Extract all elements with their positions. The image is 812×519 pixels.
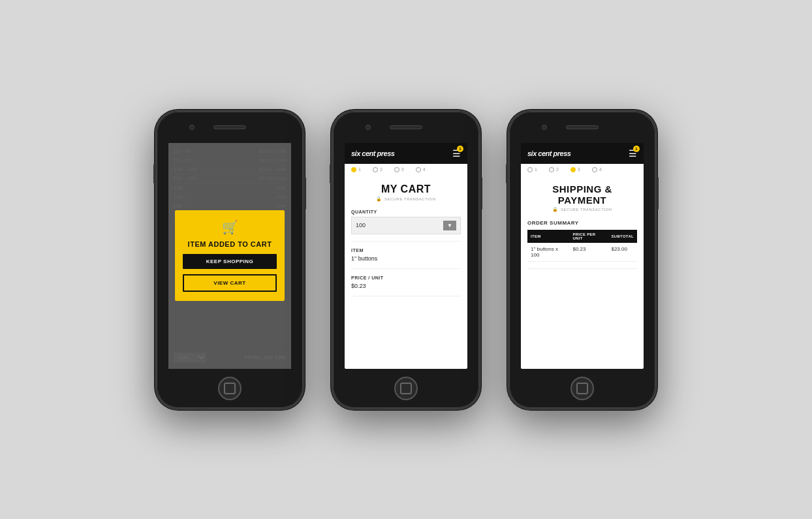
dot-empty-4 — [416, 167, 421, 172]
phone-2-bottom — [333, 369, 479, 408]
secure-line-2: 🔒 SECURE TRANSACTION — [351, 197, 461, 202]
table-row: 1" buttons x 100 $0.23 $23.00 — [527, 243, 637, 262]
progress-steps-2: 1 2 3 4 — [345, 164, 467, 176]
phone-3-top — [509, 112, 655, 143]
app-header-2: six cent press ☰ 1 — [345, 143, 467, 164]
phone-2-camera — [366, 125, 371, 130]
col-subtotal: SUBTOTAL — [608, 230, 637, 243]
cart-content: MY CART 🔒 SECURE TRANSACTION QUANTITY 10… — [345, 176, 467, 369]
progress-steps-3: 1 2 3 4 — [521, 164, 644, 176]
row-item: 1" buttons x 100 — [527, 243, 569, 262]
cart-title: MY CART — [351, 183, 461, 195]
cart-icon: 🛒 — [222, 219, 238, 235]
phone-1-top — [157, 112, 303, 143]
phone-3-speaker — [566, 125, 599, 129]
phone-2-top — [333, 112, 479, 143]
phone-1: 25 – 49 $0.80 / Unit 50 – 99 $0.50 / Uni… — [155, 110, 305, 410]
phone-3-bottom — [509, 369, 655, 408]
cart-badge-3: 1 — [633, 146, 640, 152]
qty-value: 100 — [356, 222, 366, 228]
lock-icon-3: 🔒 — [552, 207, 559, 212]
phone-2-home-button[interactable] — [394, 377, 418, 400]
secure-line-3: 🔒 SECURE TRANSACTION — [527, 207, 637, 212]
dot-empty-2 — [373, 167, 378, 172]
phone-3-home-button[interactable] — [570, 377, 594, 400]
dot-empty-3 — [394, 167, 399, 172]
item-value: 1" buttons — [351, 255, 461, 262]
phone-3-camera — [542, 125, 547, 130]
dot-filled-s3 — [570, 167, 576, 172]
price-label: PRICE / UNIT — [351, 275, 461, 280]
step3-2[interactable]: 2 — [549, 167, 559, 172]
modal-title: ITEM ADDED TO CART — [188, 240, 272, 249]
screen3-content: six cent press ☰ 1 1 2 3 — [521, 143, 644, 369]
step3-4[interactable]: 4 — [592, 167, 602, 172]
item-section: ITEM 1" buttons — [351, 248, 461, 269]
phone-2: six cent press ☰ 1 1 2 3 — [331, 110, 481, 410]
item-label: ITEM — [351, 248, 461, 253]
phone-3-screen: six cent press ☰ 1 1 2 3 — [521, 143, 644, 369]
app-logo-2: six cent press — [351, 149, 394, 157]
quantity-dropdown[interactable]: 100 ▼ — [351, 217, 461, 234]
step3-3[interactable]: 3 — [570, 167, 580, 172]
dot-filled-1 — [351, 167, 356, 172]
app-logo-3: six cent press — [527, 149, 570, 157]
cart-icon-header-2[interactable]: ☰ 1 — [452, 148, 461, 159]
phone-3: six cent press ☰ 1 1 2 3 — [507, 110, 657, 410]
step-3[interactable]: 3 — [394, 167, 404, 172]
phone-2-speaker — [390, 125, 422, 129]
keep-shopping-button[interactable]: KEEP SHOPPING — [183, 254, 277, 269]
price-value: $0.23 — [351, 283, 461, 289]
cart-icon-header-3[interactable]: ☰ 1 — [629, 148, 637, 159]
step3-1[interactable]: 1 — [527, 167, 537, 172]
phone-2-screen: six cent press ☰ 1 1 2 3 — [345, 143, 467, 369]
order-summary-section: ORDER SUMMARY ITEM PRICE PER UNIT SUBTOT… — [527, 220, 637, 269]
shipping-content: SHIPPING & PAYMENT 🔒 SECURE TRANSACTION … — [521, 176, 644, 369]
step-2[interactable]: 2 — [373, 167, 383, 172]
order-summary-title: ORDER SUMMARY — [527, 220, 637, 226]
item-added-modal: 🛒 ITEM ADDED TO CART KEEP SHOPPING VIEW … — [175, 210, 285, 301]
dot-empty-s1 — [527, 167, 533, 172]
dot-empty-s2 — [549, 167, 554, 172]
phone-1-camera — [189, 125, 195, 130]
step-4[interactable]: 4 — [416, 167, 426, 172]
quantity-section: QUANTITY 100 ▼ — [351, 210, 461, 242]
phone-1-home-button[interactable] — [218, 377, 242, 400]
phone-1-speaker — [213, 125, 246, 129]
phone-1-screen: 25 – 49 $0.80 / Unit 50 – 99 $0.50 / Uni… — [168, 143, 291, 369]
dropdown-arrow-icon: ▼ — [443, 221, 456, 230]
phone-1-bottom — [157, 369, 303, 408]
col-price: PRICE PER UNIT — [569, 230, 608, 243]
shipping-title: SHIPPING & PAYMENT — [527, 183, 637, 206]
order-summary-table: ITEM PRICE PER UNIT SUBTOTAL 1" buttons … — [527, 230, 637, 262]
view-cart-button[interactable]: VIEW CART — [183, 274, 277, 292]
quantity-label: QUANTITY — [351, 210, 461, 214]
modal-overlay: 🛒 ITEM ADDED TO CART KEEP SHOPPING VIEW … — [168, 143, 291, 369]
row-price: $0.23 — [569, 243, 608, 262]
col-item: ITEM — [527, 230, 569, 243]
lock-icon-2: 🔒 — [376, 197, 383, 202]
cart-badge-2: 1 — [457, 146, 463, 152]
app-header-3: six cent press ☰ 1 — [521, 143, 644, 164]
step-1[interactable]: 1 — [351, 167, 361, 172]
screen2-content: six cent press ☰ 1 1 2 3 — [345, 143, 467, 369]
price-section: PRICE / UNIT $0.23 — [351, 275, 461, 296]
row-subtotal: $23.00 — [608, 243, 637, 262]
dot-empty-s4 — [592, 167, 597, 172]
screen1-content: 25 – 49 $0.80 / Unit 50 – 99 $0.50 / Uni… — [168, 143, 291, 369]
